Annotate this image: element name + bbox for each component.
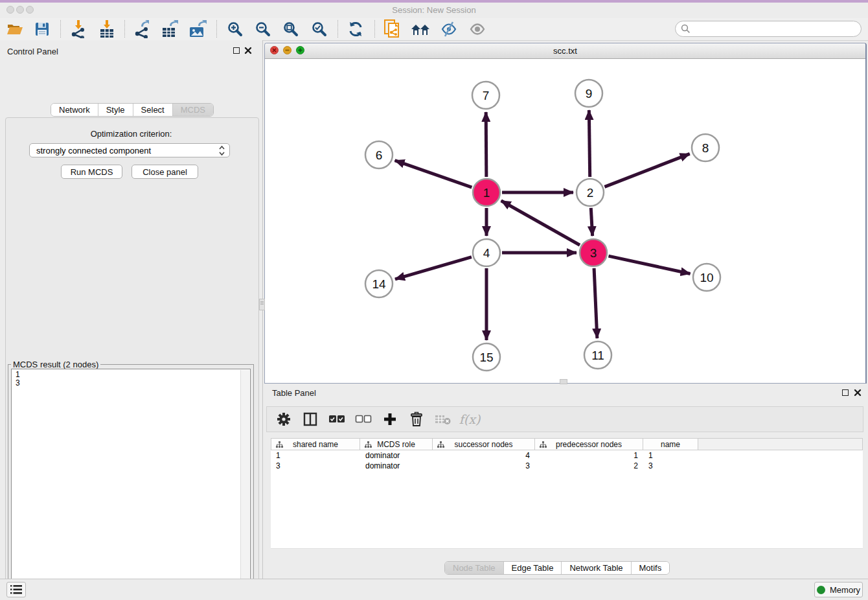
control-panel: Control Panel Network Style Select MCDS …: [0, 40, 263, 579]
table-row-2[interactable]: 3dominator323: [271, 461, 863, 471]
graph-node-1[interactable]: 1: [473, 179, 500, 206]
table-panel-float-icon[interactable]: [842, 389, 849, 396]
control-panel-close-icon[interactable]: [244, 47, 252, 54]
graph-edge-2-8[interactable]: [604, 154, 689, 187]
tab-node-table[interactable]: Node Table: [445, 562, 503, 574]
import-network-icon[interactable]: [67, 19, 89, 39]
mcds-result-area[interactable]: 1 3: [11, 369, 251, 600]
export-network-icon[interactable]: [131, 19, 153, 39]
first-neighbors-icon[interactable]: [409, 19, 431, 39]
export-image-icon[interactable]: [187, 19, 209, 39]
table-cell: 1: [271, 451, 360, 460]
toolbar-search[interactable]: [675, 21, 862, 37]
toolbar-separator: [374, 20, 375, 38]
column-header-mcds-role[interactable]: MCDS role: [360, 438, 433, 450]
list-icon: [10, 585, 22, 594]
criterion-dropdown[interactable]: strongly connected component: [29, 143, 230, 157]
result-scrollbar[interactable]: [240, 370, 249, 600]
table-panel: Table Panel f(x) shared name: [264, 386, 868, 579]
import-table-icon[interactable]: [96, 19, 118, 39]
graph-edge-2-3[interactable]: [591, 208, 592, 236]
graph-edge-3-11[interactable]: [594, 268, 597, 338]
close-panel-button[interactable]: Close panel: [131, 165, 198, 179]
run-mcds-button[interactable]: Run MCDS: [61, 165, 122, 179]
search-input[interactable]: [694, 23, 861, 36]
search-icon: [681, 24, 691, 34]
network-from-selection-icon[interactable]: [381, 19, 403, 39]
graph-node-6[interactable]: 6: [365, 141, 393, 168]
svg-text:3: 3: [590, 246, 597, 260]
graph-node-14[interactable]: 14: [365, 270, 393, 297]
graph-edge-4-14[interactable]: [395, 257, 472, 279]
deselect-all-rows-icon[interactable]: [354, 410, 372, 428]
splitter-grip-vertical[interactable]: [259, 299, 265, 310]
automation-panel-button[interactable]: [6, 582, 26, 597]
graph-node-7[interactable]: 7: [472, 82, 499, 109]
graph-edge-1-7[interactable]: [486, 112, 486, 177]
toolbar-separator: [216, 20, 217, 38]
zoom-in-icon[interactable]: [224, 19, 246, 39]
mcds-result-text: 1 3: [16, 371, 250, 387]
graph-node-11[interactable]: 11: [584, 341, 611, 369]
svg-text:6: 6: [376, 148, 383, 162]
birdseye-view-eye-icon[interactable]: [466, 19, 488, 39]
edge-layer: [395, 110, 691, 340]
refresh-layout-icon[interactable]: [345, 19, 367, 39]
control-panel-title: Control Panel: [7, 47, 58, 56]
table-row-1[interactable]: 1dominator411: [271, 450, 863, 461]
graph-node-15[interactable]: 15: [473, 343, 500, 371]
network-view-window: scc.txt 1234678910111415: [264, 43, 867, 384]
column-header-shared-name[interactable]: shared name: [271, 438, 360, 450]
graph-node-8[interactable]: 8: [692, 134, 719, 161]
show-hide-details-eye-icon[interactable]: [438, 19, 460, 39]
zoom-selected-icon[interactable]: [308, 19, 330, 39]
mcds-result-group: MCDS result (2 nodes) 1 3: [8, 364, 254, 600]
delete-rows-trash-icon[interactable]: [407, 410, 426, 428]
zoom-out-icon[interactable]: [252, 19, 274, 39]
graph-edge-3-10[interactable]: [608, 256, 690, 273]
graph-edge-3-1[interactable]: [501, 201, 580, 245]
memory-button[interactable]: Memory: [814, 582, 863, 597]
tab-edge-table[interactable]: Edge Table: [503, 562, 562, 574]
network-window-titlebar[interactable]: scc.txt: [265, 43, 865, 59]
table-cell: 2: [535, 461, 643, 470]
column-header-filler: [698, 438, 863, 450]
zoom-fit-icon[interactable]: [280, 19, 302, 39]
tab-style[interactable]: Style: [98, 104, 133, 116]
optimization-criterion-label: Optimization criterion:: [0, 129, 262, 139]
control-panel-float-icon[interactable]: [233, 47, 240, 54]
column-header-predecessor-nodes[interactable]: predecessor nodes: [535, 438, 643, 450]
open-session-icon[interactable]: [4, 19, 26, 39]
graph-node-2[interactable]: 2: [577, 179, 604, 206]
graph-node-4[interactable]: 4: [473, 239, 500, 266]
tab-select[interactable]: Select: [133, 104, 172, 116]
table-header-row: shared name MCDS role successor nodes pr…: [271, 438, 863, 450]
column-header-name[interactable]: name: [643, 438, 698, 450]
svg-text:11: 11: [591, 349, 604, 362]
splitter-grip-horizontal[interactable]: [560, 379, 567, 384]
table-panel-close-icon[interactable]: [854, 389, 862, 397]
graph-node-9[interactable]: 9: [575, 80, 602, 107]
memory-label: Memory: [830, 585, 860, 595]
show-column-panel-icon[interactable]: [301, 410, 319, 428]
graph-edge-2-9[interactable]: [589, 110, 589, 177]
save-session-icon[interactable]: [31, 19, 53, 39]
graph-node-3[interactable]: 3: [580, 239, 607, 266]
svg-text:7: 7: [483, 89, 490, 102]
tab-motifs[interactable]: Motifs: [631, 562, 670, 574]
tab-network-table[interactable]: Network Table: [561, 562, 630, 574]
graph-node-10[interactable]: 10: [693, 264, 720, 291]
tab-network[interactable]: Network: [51, 104, 98, 116]
tab-mcds[interactable]: MCDS: [172, 104, 213, 116]
table-cell: 3: [433, 461, 535, 470]
network-graph-canvas[interactable]: 1234678910111415: [265, 58, 865, 383]
column-header-successor-nodes[interactable]: successor nodes: [433, 438, 535, 450]
graph-edge-1-6[interactable]: [395, 161, 472, 188]
node-table-body[interactable]: 1dominator4113dominator323: [271, 450, 863, 549]
table-toolbar: f(x): [266, 406, 863, 432]
select-all-rows-icon[interactable]: [328, 410, 346, 428]
svg-text:1: 1: [483, 186, 490, 200]
export-table-icon[interactable]: [159, 19, 181, 39]
table-options-gear-icon[interactable]: [275, 410, 293, 428]
create-column-plus-icon[interactable]: [381, 410, 399, 428]
